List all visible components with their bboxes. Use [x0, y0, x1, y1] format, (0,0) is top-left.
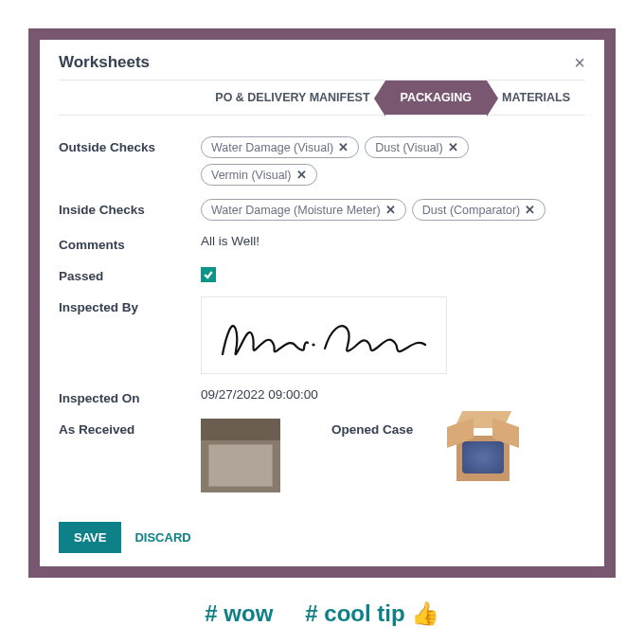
remove-icon[interactable]: ✕ — [338, 140, 349, 154]
comments-label: Comments — [59, 234, 201, 252]
signature-field[interactable] — [201, 296, 447, 374]
chip-label: Dust (Comparator) — [422, 204, 521, 217]
opened-case-label: Opened Case — [331, 419, 445, 437]
hashtags: # wow # cool tip 👍 — [0, 600, 644, 627]
inspected-on-label: Inspected On — [59, 387, 201, 405]
comments-value[interactable]: All is Well! — [201, 234, 585, 248]
save-button[interactable]: SAVE — [59, 522, 121, 553]
chip-vermin-visual[interactable]: Vermin (Visual) ✕ — [201, 164, 317, 186]
tab-po-delivery-manifest[interactable]: PO & DELIVERY MANIFEST — [200, 80, 385, 115]
box-contents-icon — [462, 441, 504, 474]
close-button[interactable]: × — [574, 53, 585, 72]
remove-icon[interactable]: ✕ — [296, 168, 307, 182]
remove-icon[interactable]: ✕ — [385, 203, 396, 217]
passed-label: Passed — [59, 265, 201, 283]
chip-label: Dust (Visual) — [375, 141, 442, 154]
outside-checks-label: Outside Checks — [59, 136, 201, 154]
remove-icon[interactable]: ✕ — [448, 140, 458, 154]
chip-label: Vermin (Visual) — [211, 169, 292, 182]
as-received-image[interactable] — [201, 419, 280, 492]
inside-checks-label: Inside Checks — [59, 199, 201, 217]
as-received-label: As Received — [59, 419, 201, 437]
chip-label: Water Damage (Moisture Meter) — [211, 204, 381, 217]
passed-checkbox[interactable] — [201, 267, 216, 282]
close-icon: × — [574, 52, 585, 73]
svg-point-0 — [312, 343, 314, 346]
chip-dust-visual[interactable]: Dust (Visual) ✕ — [365, 136, 468, 158]
thumbs-up-icon: 👍 — [411, 600, 439, 627]
tabs: PO & DELIVERY MANIFEST PACKAGING MATERIA… — [59, 80, 585, 116]
tab-materials[interactable]: MATERIALS — [487, 80, 585, 115]
chip-water-damage-visual[interactable]: Water Damage (Visual) ✕ — [201, 136, 359, 158]
check-icon — [203, 269, 214, 280]
inside-checks-chips: Water Damage (Moisture Meter) ✕ Dust (Co… — [201, 199, 585, 221]
hashtag-wow: # wow — [205, 600, 273, 627]
outside-checks-chips: Water Damage (Visual) ✕ Dust (Visual) ✕ … — [201, 136, 585, 186]
chip-label: Water Damage (Visual) — [211, 141, 333, 154]
modal-title: Worksheets — [59, 53, 150, 72]
remove-icon[interactable]: ✕ — [525, 203, 535, 217]
chip-water-damage-moisture[interactable]: Water Damage (Moisture Meter) ✕ — [201, 199, 406, 221]
inspected-by-label: Inspected By — [59, 296, 201, 314]
tab-packaging[interactable]: PACKAGING — [385, 80, 487, 115]
opened-case-image[interactable] — [445, 419, 521, 492]
inspected-on-value[interactable]: 09/27/2022 09:00:00 — [201, 387, 585, 402]
pallet-icon — [201, 419, 280, 492]
signature-icon — [215, 307, 433, 364]
hashtag-cool-tip: # cool tip 👍 — [305, 600, 438, 627]
chip-dust-comparator[interactable]: Dust (Comparator) ✕ — [412, 199, 546, 221]
discard-button[interactable]: DISCARD — [134, 530, 190, 545]
